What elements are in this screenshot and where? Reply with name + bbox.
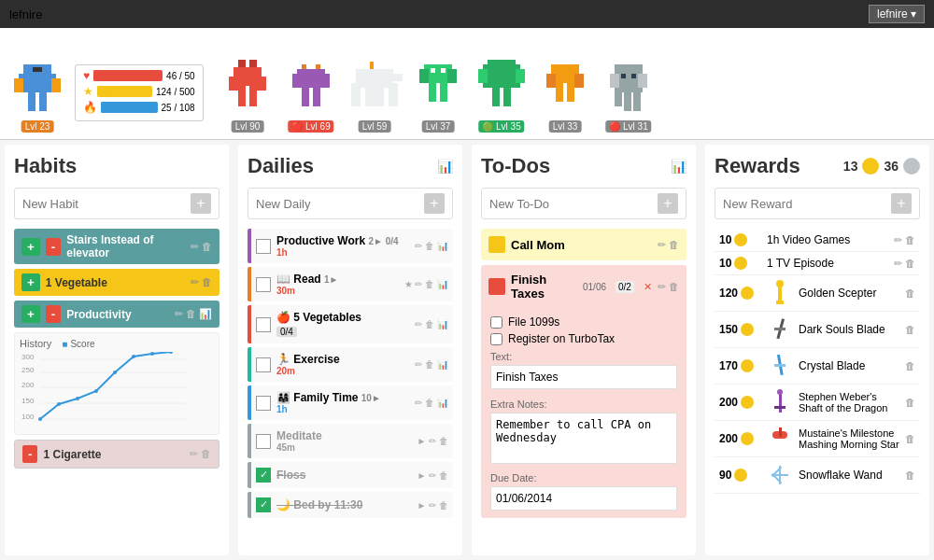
add-reward-button[interactable]: +	[891, 193, 912, 214]
todo-mom-checkbox[interactable]	[488, 236, 505, 253]
svg-point-71	[150, 352, 154, 356]
reward-dark-souls: 150 Dark Souls Blade 🗑	[715, 312, 920, 348]
daily-family-time: 1h	[276, 404, 409, 414]
svg-rect-54	[631, 74, 636, 78]
svg-point-65	[38, 417, 42, 421]
todo-due-input[interactable]	[490, 486, 677, 511]
svg-rect-39	[516, 69, 525, 83]
user-dropdown[interactable]: lefnire ▾	[869, 5, 925, 23]
reward-vg-icons: ✏ 🗑	[894, 234, 915, 246]
todo-notes-textarea[interactable]: Remember to call CPA on Wednesday	[490, 413, 677, 464]
todo-text-label: Text:	[490, 351, 677, 362]
habit-productivity-wrapper: + - Productivity ✏ 🗑 📊 History ■ Score 1…	[14, 301, 219, 435]
reward-gs-coin	[741, 287, 754, 300]
todo-text-input[interactable]	[490, 365, 677, 389]
todo-taxes-x[interactable]: ✕	[644, 281, 652, 293]
party-member-1: Lvl 90	[219, 60, 276, 134]
subtask-turbotax-checkbox[interactable]	[490, 333, 502, 345]
habit-stairs-minus[interactable]: -	[46, 238, 61, 256]
new-daily-row: +	[248, 188, 453, 219]
reward-ds-cost: 150	[719, 323, 761, 336]
daily-read-checkbox[interactable]	[256, 277, 271, 292]
stephen-shaft-icon	[767, 389, 793, 415]
rewards-header: Rewards 13 36	[715, 154, 920, 178]
new-habit-input[interactable]	[22, 197, 191, 211]
habit-cig-minus[interactable]: -	[22, 445, 37, 463]
reward-tv-icons: ✏ 🗑	[894, 258, 915, 270]
svg-rect-31	[447, 69, 457, 83]
new-reward-input[interactable]	[723, 197, 891, 211]
crystal-blade-icon	[767, 353, 793, 379]
svg-rect-5	[39, 92, 47, 111]
svg-point-81	[777, 389, 783, 395]
svg-rect-43	[546, 74, 556, 88]
daily-veg-checkbox[interactable]	[256, 317, 271, 332]
party-member-7: 🔴 Lvl 31	[601, 60, 657, 134]
svg-rect-25	[365, 88, 375, 106]
todo-taxes-label: Finish Taxes	[511, 273, 577, 301]
svg-rect-37	[483, 64, 520, 88]
svg-rect-35	[441, 68, 446, 73]
svg-rect-27	[389, 83, 398, 106]
daily-productive-checkbox[interactable]	[256, 239, 271, 254]
todo-taxes-checkbox[interactable]	[488, 278, 505, 295]
svg-text:300: 300	[21, 353, 35, 361]
reward-mm-coin	[741, 432, 754, 445]
todo-taxes-expanded: File 1099s Register on TurboTax Text: Ex…	[481, 308, 686, 518]
new-todo-input[interactable]	[489, 197, 658, 211]
user-level: Lvl 23	[21, 120, 54, 133]
daily-floss-checkbox[interactable]: ✓	[256, 468, 271, 483]
daily-productive-label: Productive Work 2► 0/4	[276, 234, 409, 247]
svg-rect-75	[776, 301, 784, 304]
daily-floss-label: Floss	[276, 469, 412, 482]
new-daily-input[interactable]	[256, 197, 424, 211]
todos-column: To-Dos 📊 + Call Mom ✏ 🗑 Finish Taxes 01/…	[472, 145, 696, 555]
habits-column: Habits + + - Stairs Instead of elevator …	[5, 145, 229, 555]
svg-text:150: 150	[21, 397, 35, 405]
habit-prod-plus[interactable]: +	[21, 305, 40, 323]
svg-rect-32	[429, 83, 436, 102]
svg-rect-6	[33, 67, 37, 72]
habits-header: Habits	[14, 154, 219, 178]
daily-exercise-checkbox[interactable]	[256, 357, 271, 372]
habit-prod-minus[interactable]: -	[46, 305, 61, 323]
party-member-4: Lvl 37	[410, 60, 466, 134]
chart-svg: 100 150 200 250 300	[20, 352, 188, 427]
daily-bed-checkbox[interactable]: ✓	[256, 497, 271, 512]
reward-mm-label: Mustaine's Milestone Mashing Morning Sta…	[799, 427, 899, 450]
add-daily-button[interactable]: +	[424, 193, 445, 214]
gold-coin-icon	[862, 158, 879, 175]
add-habit-button[interactable]: +	[191, 193, 211, 214]
add-todo-button[interactable]: +	[658, 193, 678, 214]
reward-mm-cost: 200	[719, 432, 761, 445]
todo-mom-icons: ✏ 🗑	[658, 239, 679, 251]
reward-mm-icons: 🗑	[905, 433, 915, 444]
daily-meditate-checkbox[interactable]	[256, 434, 271, 449]
habit-cig-label: 1 Cigarette	[43, 448, 183, 461]
silver-coin-icon	[903, 158, 920, 175]
svg-rect-46	[567, 83, 574, 102]
daily-family-checkbox[interactable]	[256, 396, 271, 411]
svg-point-66	[57, 402, 61, 406]
daily-veg-icons: ✏ 🗑 📊	[415, 319, 448, 329]
habit-veg-plus[interactable]: +	[21, 273, 40, 291]
new-reward-row: +	[715, 188, 920, 219]
topbar: lefnire lefnire ▾	[0, 0, 934, 28]
snowflake-wand-icon	[767, 462, 793, 488]
reward-vg-cost: 10	[719, 233, 761, 246]
reward-cb-coin	[741, 359, 754, 372]
svg-rect-12	[257, 77, 266, 91]
party-level-7: 🔴 Lvl 31	[605, 120, 651, 133]
user-character: Lvl 23 ♥ 46 / 50 ★ 124 / 500 🔥 25 / 108	[9, 60, 65, 134]
daily-exercise: 🏃 Exercise 20m ✏ 🗑 📊	[248, 347, 453, 382]
todos-header: To-Dos 📊	[481, 154, 686, 178]
subtask-1099-checkbox[interactable]	[490, 316, 502, 329]
habit-stairs-plus[interactable]: +	[21, 238, 40, 256]
main-columns: Habits + + - Stairs Instead of elevator …	[0, 140, 934, 560]
todo-due-label: Due Date:	[490, 472, 677, 483]
svg-rect-51	[624, 92, 631, 111]
svg-rect-41	[503, 88, 511, 106]
habit-item-cigarette: - 1 Cigarette ✏ 🗑	[14, 440, 219, 469]
svg-rect-19	[320, 74, 330, 88]
daily-exercise-icons: ✏ 🗑 📊	[415, 359, 448, 370]
